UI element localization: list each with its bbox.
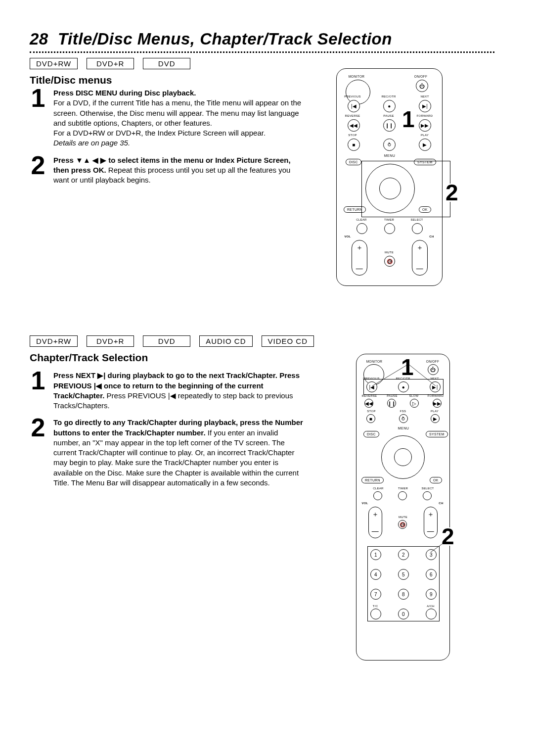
power-button: ⏻ xyxy=(428,364,439,375)
ok-button: OK xyxy=(430,477,442,483)
step-number: 1 xyxy=(30,88,46,109)
format-tag: DVD xyxy=(143,58,190,69)
label-stop: STOP xyxy=(343,134,362,137)
label-ok: OK xyxy=(433,478,439,482)
disc-button: DISC xyxy=(363,431,379,437)
format-row-2: DVD+RW DVD+R DVD AUDIO CD VIDEO CD xyxy=(30,335,504,347)
fss-icon: ⥁ xyxy=(401,416,405,422)
step-block: 2 To go directly to any Track/Chapter du… xyxy=(30,418,307,488)
format-tag: DVD+RW xyxy=(30,58,78,69)
label-vol: VOL xyxy=(342,235,354,238)
callout-number-1: 1 xyxy=(401,359,414,375)
forward-button: ▶▶ xyxy=(419,119,431,132)
remote-diagram-2: MONITOR ON/OFF ⏻ PREVIOUS REC/OTR NEXT |… xyxy=(356,354,450,661)
label-clear: CLEAR xyxy=(368,487,388,490)
label-monitor: MONITOR xyxy=(363,360,385,363)
volume-rocker: ＋ — xyxy=(368,507,382,538)
monitor-button xyxy=(346,80,370,104)
callout-number-2: 2 xyxy=(442,527,454,546)
label-stop: STOP xyxy=(361,410,381,413)
format-tag: DVD+RW xyxy=(30,335,78,347)
step-block: 1 Press DISC MENU during Disc playback. … xyxy=(30,88,307,148)
label-onoff: ON/OFF xyxy=(422,360,444,363)
label-slow: SLOW xyxy=(404,394,424,397)
system-button: SYSTEM xyxy=(426,431,448,437)
step-number: 2 xyxy=(30,155,46,176)
page-title-text: Title/Disc Menus, Chapter/Track Selectio… xyxy=(58,30,392,48)
minus-icon: — xyxy=(372,527,379,535)
callout-box-2 xyxy=(361,161,450,217)
label-clear: CLEAR xyxy=(352,218,371,221)
label-reverse: REVERSE xyxy=(359,394,379,397)
step-bold: Press NEXT xyxy=(53,371,97,379)
power-button: ⏻ xyxy=(416,80,428,92)
label-forward: FORWARD xyxy=(426,394,445,397)
label-mute: MUTE xyxy=(379,251,399,254)
label-disc: DISC xyxy=(349,160,358,164)
label-menu: MENU xyxy=(396,426,411,430)
next-track-icon: ▶| xyxy=(422,103,428,109)
clear-button xyxy=(373,491,382,500)
label-reverse: REVERSE xyxy=(343,114,362,117)
select-button xyxy=(412,223,423,234)
format-tag: VIDEO CD xyxy=(262,335,314,347)
pause-icon: ❙❙ xyxy=(385,123,394,128)
timer-button xyxy=(398,491,407,500)
step-text: Press NEXT ▶| during playback to go to t… xyxy=(53,371,307,411)
plus-icon: ＋ xyxy=(416,243,423,252)
step-block: 1 Press NEXT ▶| during playback to go to… xyxy=(30,371,307,411)
channel-rocker: ＋ — xyxy=(412,240,428,276)
play-icon: ▶ xyxy=(423,142,427,147)
label-pause: PAUSE xyxy=(382,394,402,397)
label-disc: DISC xyxy=(367,432,376,436)
slow-button: ▷ xyxy=(410,399,419,408)
volume-rocker: ＋ — xyxy=(352,240,367,276)
label-select: SELECT xyxy=(418,487,438,490)
divider-dotted xyxy=(30,51,494,53)
minus-icon: — xyxy=(356,264,363,272)
format-tag: DVD xyxy=(143,335,190,347)
step-block: 2 Press ▼▲ ◀ ▶ to select items in the me… xyxy=(30,155,307,186)
reverse-button: ◀◀ xyxy=(348,119,360,132)
previous-button: |◀ xyxy=(348,100,360,112)
callout-box-numbers xyxy=(367,546,440,621)
label-forward: FORWARD xyxy=(415,114,435,117)
record-icon: ● xyxy=(388,103,391,109)
step-text: Press ▼▲ ◀ ▶ to select items in the menu… xyxy=(53,155,307,186)
rewind-icon: ◀◀ xyxy=(350,123,358,128)
label-return: RETURN xyxy=(365,478,380,482)
mute-button: 🔇 xyxy=(384,256,395,267)
fast-forward-icon: ▶▶ xyxy=(433,401,442,406)
prev-track-icon: |◀ xyxy=(94,381,102,390)
label-play: PLAY xyxy=(415,134,435,137)
play-button: ▶ xyxy=(431,414,440,423)
callout-box-1 xyxy=(363,379,444,395)
label-fss: FSS xyxy=(393,410,413,413)
label-timer: TIMER xyxy=(379,218,399,221)
pause-button: ❙❙ xyxy=(387,399,396,408)
fss-button: ⥁ xyxy=(383,139,396,151)
slow-icon: ▷ xyxy=(412,401,416,406)
timer-button xyxy=(384,223,395,234)
step-bold: Press DISC MENU during Disc playback. xyxy=(53,89,196,97)
mute-icon: 🔇 xyxy=(400,522,405,527)
fss-icon: ⥁ xyxy=(388,142,391,147)
format-tag: AUDIO CD xyxy=(199,335,252,347)
step-body-text: If you enter an invalid number, an "X" m… xyxy=(53,428,299,487)
remote-diagram-1: MONITOR ON/OFF ⏻ PREVIOUS REC/OTR NEXT |… xyxy=(336,68,443,286)
fast-forward-icon: ▶▶ xyxy=(421,123,429,128)
step-bold: Press xyxy=(53,156,76,164)
mute-icon: 🔇 xyxy=(387,259,393,264)
stop-icon: ■ xyxy=(369,416,372,422)
step-italic: Details are on page 35. xyxy=(53,139,130,147)
label-ch: CH xyxy=(426,235,438,238)
label-menu: MENU xyxy=(381,154,398,157)
power-icon: ⏻ xyxy=(430,367,436,373)
manual-page: 28 Title/Disc Menus, Chapter/Track Selec… xyxy=(0,0,534,756)
format-tag: DVD+R xyxy=(87,335,134,347)
prev-track-icon: |◀ xyxy=(351,103,356,109)
pause-button: ❙❙ xyxy=(383,119,396,132)
label-next: NEXT xyxy=(415,95,435,98)
forward-button: ▶▶ xyxy=(433,399,442,408)
label-recotr: REC/OTR xyxy=(379,95,399,98)
